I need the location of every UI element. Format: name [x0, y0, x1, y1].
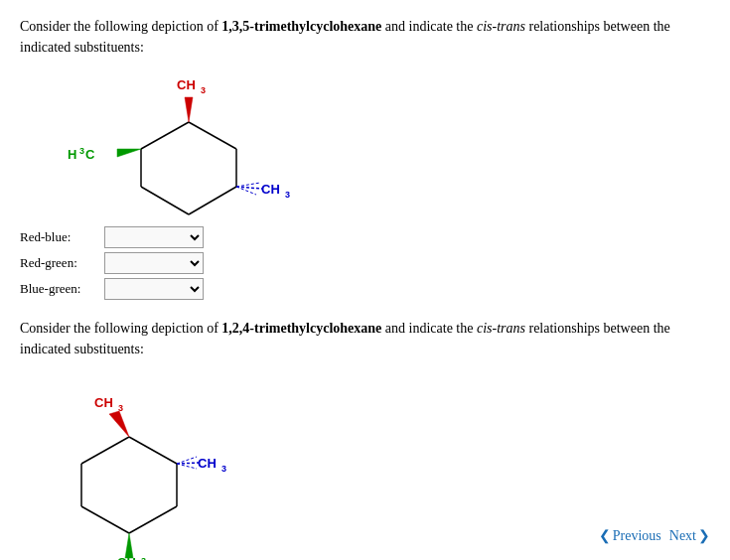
- q1-text-after: and indicate the: [381, 19, 477, 34]
- question2-text: Consider the following depiction of 1,2,…: [20, 318, 710, 359]
- q1-text-before: Consider the following depiction of: [20, 19, 221, 34]
- q2-bold: 1,2,4-trimethylcyclohexane: [221, 321, 381, 336]
- svg-line-14: [236, 187, 262, 189]
- svg-line-27: [177, 464, 197, 469]
- svg-marker-24: [109, 411, 129, 437]
- svg-text:3: 3: [285, 190, 290, 200]
- svg-line-2: [189, 187, 236, 214]
- question1-block: Consider the following depiction of 1,3,…: [20, 16, 710, 300]
- svg-marker-6: [185, 97, 193, 122]
- question1-text: Consider the following depiction of 1,3,…: [20, 16, 710, 58]
- q1-red-green-label: Red-green:: [20, 255, 104, 271]
- svg-text:C: C: [85, 147, 95, 162]
- svg-text:CH: CH: [261, 182, 280, 197]
- q1-red-green-select[interactable]: cis trans: [104, 252, 204, 274]
- next-label: Next: [669, 528, 696, 544]
- svg-line-3: [141, 187, 189, 214]
- svg-text:CH: CH: [117, 555, 136, 560]
- svg-text:3: 3: [141, 556, 146, 560]
- q1-blue-green-row: Blue-green: cis trans: [20, 278, 710, 300]
- molecule2-svg: CH 3 CH 3 CH 3: [30, 369, 268, 560]
- question2-block: Consider the following depiction of 1,2,…: [20, 318, 710, 560]
- previous-button[interactable]: ❮ Previous: [599, 527, 661, 544]
- q2-text-after: and indicate the: [381, 321, 477, 336]
- q1-italic: cis-trans: [477, 19, 525, 34]
- q1-blue-green-label: Blue-green:: [20, 281, 104, 297]
- q1-red-blue-row: Red-blue: cis trans: [20, 226, 710, 248]
- svg-text:3: 3: [221, 464, 226, 474]
- svg-line-21: [81, 506, 129, 533]
- molecule1-svg: CH 3 H 3 C CH 3: [50, 68, 328, 226]
- q2-italic: cis-trans: [477, 321, 525, 336]
- q1-red-green-row: Red-green: cis trans: [20, 252, 710, 274]
- q1-red-blue-select[interactable]: cis trans: [104, 226, 204, 248]
- svg-text:CH: CH: [177, 77, 196, 92]
- svg-text:3: 3: [118, 403, 123, 413]
- svg-text:H: H: [68, 147, 76, 162]
- svg-text:3: 3: [79, 146, 84, 156]
- q2-text-before: Consider the following depiction of: [20, 321, 221, 336]
- q1-blue-green-select[interactable]: cis trans: [104, 278, 204, 300]
- svg-line-28: [177, 463, 199, 464]
- svg-line-5: [141, 122, 189, 149]
- svg-text:3: 3: [201, 85, 206, 95]
- previous-label: Previous: [613, 528, 661, 544]
- svg-line-18: [129, 437, 177, 464]
- svg-line-0: [189, 122, 236, 149]
- svg-line-20: [129, 506, 177, 533]
- next-button[interactable]: Next ❯: [669, 527, 710, 544]
- svg-line-23: [81, 437, 129, 464]
- svg-text:CH: CH: [94, 395, 113, 410]
- next-chevron-icon: ❯: [698, 527, 710, 544]
- svg-line-15: [236, 183, 260, 187]
- svg-marker-9: [117, 149, 141, 157]
- q1-red-blue-label: Red-blue:: [20, 229, 104, 245]
- nav-area: ❮ Previous Next ❯: [599, 527, 710, 544]
- previous-chevron-icon: ❮: [599, 527, 611, 544]
- svg-text:CH: CH: [198, 456, 217, 471]
- q1-bold: 1,3,5-trimethylcyclohexane: [221, 19, 381, 34]
